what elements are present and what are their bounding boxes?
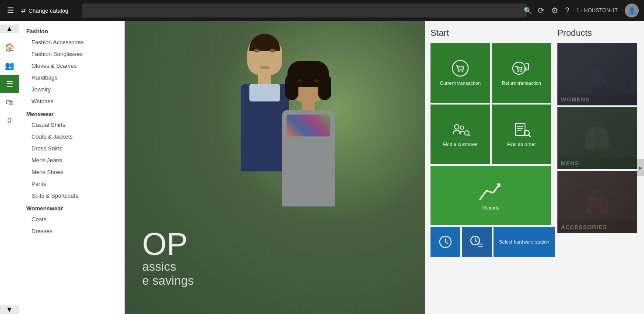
return-cart-icon xyxy=(512,59,531,77)
sidebar-item-dresses[interactable]: Dresses xyxy=(19,225,124,237)
svg-point-4 xyxy=(518,71,519,72)
scroll-right-arrow[interactable]: ▶ xyxy=(637,159,644,176)
svg-point-7 xyxy=(460,126,464,129)
sidebar-scroll-down[interactable]: ▼ xyxy=(0,305,19,314)
sidebar-nav: Fashion Fashion Accessories Fashion Sung… xyxy=(19,21,124,314)
svg-point-2 xyxy=(462,71,463,72)
hero-sub-text1: assics xyxy=(142,260,194,274)
svg-line-18 xyxy=(445,242,448,243)
find-order-label: Find an order xyxy=(507,142,536,147)
hero-text: OP assics e savings xyxy=(142,228,194,288)
sidebar-item-gloves-scarves[interactable]: Gloves & Scarves xyxy=(19,60,124,72)
return-transaction-label: Return transaction xyxy=(502,80,541,86)
right-panels: Start Current transaction xyxy=(425,21,644,314)
sidebar-scroll-up[interactable]: ▲ xyxy=(0,24,19,33)
sidebar-icon-home[interactable]: 🏠 xyxy=(0,38,19,56)
sidebar-item-mens-shoes[interactable]: Mens Shoes xyxy=(19,166,124,178)
sidebar-item-suits-sportcoats[interactable]: Suits & Sportcoats xyxy=(19,190,124,202)
sidebar-item-jewelry[interactable]: Jewelry xyxy=(19,84,124,95)
find-customer-tile[interactable]: Find a customer xyxy=(430,105,490,164)
product-tile-mens[interactable]: 👔 MENS xyxy=(557,107,637,169)
reports-label: Reports xyxy=(483,205,500,211)
main-layout: ▲ 🏠 👥 ☰ 🛍 0 ▼ Fashion Fashion Accessorie… xyxy=(0,21,644,314)
avatar[interactable]: 👤 xyxy=(625,3,639,17)
help-icon[interactable]: ? xyxy=(565,6,570,15)
find-order-tile[interactable]: Find an order xyxy=(492,105,551,164)
sidebar-item-handbags[interactable]: Handbags xyxy=(19,72,124,84)
tiles-row-4: Select hardware station xyxy=(430,227,547,257)
catalog-icon: ⇄ xyxy=(21,7,26,14)
svg-point-1 xyxy=(458,71,460,72)
time-clock-icon xyxy=(439,235,452,248)
product-tile-accessories[interactable]: 👜 ACCESSORIES xyxy=(557,171,637,233)
current-transaction-label: Current transaction xyxy=(440,80,481,86)
cart-icon xyxy=(452,59,469,77)
sidebar-section-menswear: Menswear xyxy=(19,107,124,119)
sidebar-item-watches[interactable]: Watches xyxy=(19,95,124,107)
find-customer-label: Find a customer xyxy=(443,142,478,147)
svg-line-21 xyxy=(475,241,477,242)
return-transaction-tile[interactable]: Return transaction xyxy=(492,43,551,103)
sidebar: ▲ 🏠 👥 ☰ 🛍 0 ▼ Fashion Fashion Accessorie… xyxy=(0,21,125,314)
product-tile-womens[interactable]: 👗 WOMENS xyxy=(557,43,637,105)
sidebar-section-fashion: Fashion xyxy=(19,24,124,36)
sidebar-item-coats[interactable]: Coats xyxy=(19,213,124,225)
svg-point-5 xyxy=(521,71,522,72)
time-list-tile[interactable] xyxy=(462,227,492,257)
svg-point-0 xyxy=(452,60,468,76)
hero-area: OP assics e savings xyxy=(125,21,425,314)
hero-big-text: OP xyxy=(142,228,194,260)
sidebar-item-fashion-sunglasses[interactable]: Fashion Sunglasses xyxy=(19,48,124,60)
start-section: Start Current transaction xyxy=(425,21,552,314)
sidebar-icon-zero: 0 xyxy=(0,112,19,129)
svg-line-9 xyxy=(469,135,470,136)
find-customer-icon xyxy=(451,121,470,138)
sidebar-section-womenswear: Womenswear xyxy=(19,202,124,213)
sidebar-item-casual-shirts[interactable]: Casual Shirts xyxy=(19,119,124,131)
start-title: Start xyxy=(430,28,547,38)
products-section: Products 👗 WOMENS 👔 MENS 👜 xyxy=(552,21,644,314)
top-bar-right: ⟳ ⚙ ? 1 - HOUSTON-17 👤 xyxy=(538,3,639,17)
store-info: 1 - HOUSTON-17 xyxy=(577,7,618,14)
select-hardware-tile[interactable]: Select hardware station xyxy=(494,227,555,257)
reports-icon xyxy=(478,180,504,202)
search-icon[interactable]: 🔍 xyxy=(524,7,532,15)
tiles-row-2: Find a customer Find an order xyxy=(430,105,547,164)
tiles-row-3: Reports xyxy=(430,166,547,225)
sidebar-item-coats-jackets[interactable]: Coats & Jackets xyxy=(19,131,124,143)
badge-zero-label: 0 xyxy=(7,117,11,125)
product-tiles: 👗 WOMENS 👔 MENS 👜 ACCESSORIES xyxy=(557,43,639,233)
sidebar-icon-bag[interactable]: 🛍 xyxy=(0,94,19,111)
sidebar-item-pants[interactable]: Pants xyxy=(19,178,124,190)
find-order-icon xyxy=(512,121,531,138)
time-list-icon xyxy=(470,235,484,248)
sidebar-item-mens-jeans[interactable]: Mens Jeans xyxy=(19,154,124,166)
svg-point-6 xyxy=(455,125,459,129)
svg-rect-10 xyxy=(515,123,525,136)
products-title: Products xyxy=(557,28,639,38)
change-catalog-button[interactable]: ⇄ Change catalog xyxy=(21,7,68,14)
reports-tile[interactable]: Reports xyxy=(430,166,551,225)
sidebar-item-fashion-accessories[interactable]: Fashion Accessories xyxy=(19,36,124,48)
settings-icon[interactable]: ⚙ xyxy=(551,6,558,15)
catalog-label: Change catalog xyxy=(28,7,68,14)
refresh-icon[interactable]: ⟳ xyxy=(538,6,544,15)
tiles-row-1: Current transaction Return transaction xyxy=(430,43,547,103)
hero-sub-text2: e savings xyxy=(142,274,194,288)
time-clock-tile[interactable] xyxy=(430,227,460,257)
current-transaction-tile[interactable]: Current transaction xyxy=(430,43,490,103)
sidebar-icon-current[interactable]: ☰ xyxy=(0,75,19,93)
hamburger-icon[interactable]: ☰ xyxy=(5,4,16,17)
search-input[interactable] xyxy=(82,3,527,17)
select-hardware-label: Select hardware station xyxy=(499,239,550,245)
sidebar-icon-people[interactable]: 👥 xyxy=(0,57,19,74)
top-bar: ☰ ⇄ Change catalog 🔍 ⟳ ⚙ ? 1 - HOUSTON-1… xyxy=(0,0,644,21)
svg-line-15 xyxy=(528,135,530,137)
sidebar-item-dress-shirts[interactable]: Dress Shirts xyxy=(19,143,124,154)
